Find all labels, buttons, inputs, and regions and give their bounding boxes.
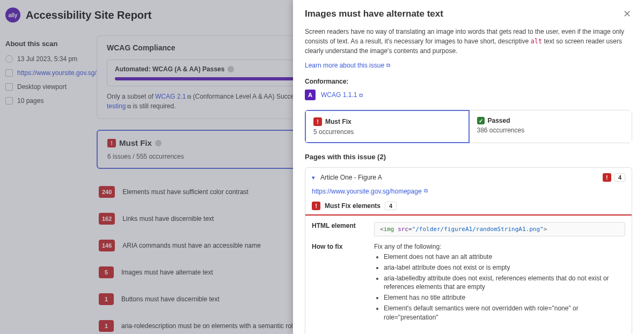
html-code-snippet[interactable]: <img src="/folder/figureA1/randomStringA… — [374, 222, 625, 236]
chevron-down-icon: ▾ — [312, 174, 315, 181]
accordion-title: Article One - Figure A — [320, 174, 597, 181]
external-link-icon: ⧉ — [424, 188, 428, 195]
external-link-icon: ⧉ — [386, 62, 390, 69]
occurrence-stats: !Must Fix 5 occurrences ✓Passed 386 occu… — [305, 110, 632, 143]
fix-instructions: Fix any of the following: Element does n… — [374, 243, 625, 324]
panel-title: Images must have alternate text — [305, 9, 443, 19]
close-button[interactable]: ✕ — [621, 9, 632, 19]
page-url-link[interactable]: https://www.yoursite.gov.sg/homepage⧉ — [305, 188, 434, 195]
accordion-item: ▾ Article One - Figure A ! 4 https://www… — [305, 167, 632, 334]
how-to-fix-label: How to fix — [312, 243, 365, 324]
external-link-icon: ⧉ — [359, 92, 363, 98]
check-icon: ✓ — [477, 117, 485, 124]
mustfix-icon: ! — [312, 202, 320, 210]
mustfix-elements-header: ! Must Fix elements 4 — [305, 202, 632, 210]
html-element-label: HTML element — [312, 222, 365, 236]
mustfix-icon: ! — [603, 173, 611, 182]
stat-passed[interactable]: ✓Passed 386 occurrences — [470, 110, 633, 143]
panel-description: Screen readers have no way of translatin… — [305, 27, 632, 56]
learn-more-link[interactable]: Learn more about this issue⧉ — [305, 62, 390, 69]
pages-issue-heading: Pages with this issue (2) — [305, 153, 632, 161]
accordion-toggle[interactable]: ▾ Article One - Figure A ! 4 — [305, 168, 632, 187]
issue-detail-panel: Images must have alternate text ✕ Screen… — [293, 0, 644, 334]
stat-mustfix[interactable]: !Must Fix 5 occurrences — [305, 110, 470, 143]
mustfix-icon: ! — [313, 117, 322, 126]
accordion-count: 4 — [614, 173, 625, 182]
wcag-ref-link[interactable]: WCAG 1.1.1 ⧉ — [321, 91, 363, 99]
conformance-label: Conformance: — [305, 78, 632, 85]
element-violation: HTML element <img src="/folder/figureA1/… — [305, 214, 632, 334]
conformance-badge: A — [305, 90, 316, 100]
